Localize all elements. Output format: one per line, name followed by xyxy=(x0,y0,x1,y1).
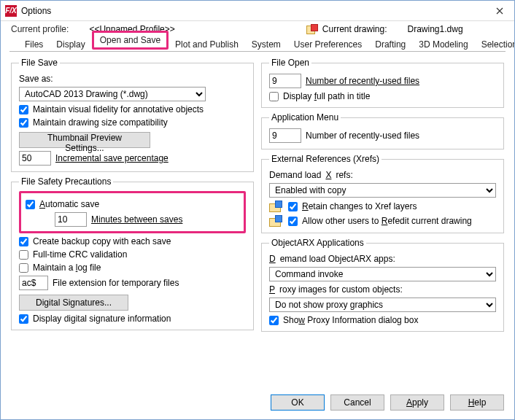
proxy-images-label: Proxy images for custom objects: xyxy=(269,284,496,295)
minutes-between-saves-label: Minutes between saves xyxy=(91,214,182,225)
save-as-combo[interactable]: AutoCAD 2013 Drawing (*.dwg) xyxy=(19,87,206,101)
tab-selection[interactable]: Selection xyxy=(475,36,515,52)
auto-save-check[interactable] xyxy=(26,200,35,209)
current-drawing-label: Current drawing: xyxy=(322,24,387,34)
left-column: File Save Save as: AutoCAD 2013 Drawing … xyxy=(11,58,254,387)
close-button[interactable] xyxy=(485,1,514,20)
group-xref: External References (Xrefs) Demand load … xyxy=(261,154,504,233)
minutes-between-saves-input[interactable] xyxy=(55,212,87,227)
incremental-save-input[interactable] xyxy=(19,151,51,166)
titlebar: F/X Options xyxy=(1,1,514,21)
xref-allow-icon xyxy=(269,215,282,227)
create-backup-check[interactable] xyxy=(19,237,28,246)
digital-signatures-button[interactable]: Digital Signatures... xyxy=(19,295,128,311)
temp-ext-input[interactable] xyxy=(19,276,48,290)
save-as-label: Save as: xyxy=(19,74,246,84)
proxy-images-combo[interactable]: Do not show proxy graphics xyxy=(269,298,496,312)
legend-file-save: File Save xyxy=(19,58,60,68)
maintain-compat-label: Maintain drawing size compatibility xyxy=(33,117,168,128)
xref-demand-label: Demand load Xrefs: xyxy=(269,170,496,180)
group-objectarx: ObjectARX Applications Demand load Objec… xyxy=(261,238,504,332)
show-proxy-check[interactable] xyxy=(269,316,279,325)
maintain-fidelity-label: Maintain visual fidelity for annotative … xyxy=(33,104,204,114)
help-button[interactable]: Help xyxy=(450,394,504,411)
dialog-footer: OK Cancel Apply Apply Help Help xyxy=(1,387,514,419)
current-drawing-name: Drawing1.dwg xyxy=(408,24,463,34)
tab-user-preferences[interactable]: User Preferences xyxy=(287,36,368,52)
crc-check[interactable] xyxy=(19,250,28,260)
appmenu-nru-input[interactable] xyxy=(269,128,301,143)
xref-retain-icon xyxy=(269,201,282,212)
crc-label: Full-time CRC validation xyxy=(33,249,127,260)
maintain-compat-check[interactable] xyxy=(19,118,28,128)
autosave-highlight: AAutomatic saveutomatic save Minutes bet… xyxy=(19,191,246,233)
fileopen-nru-input[interactable] xyxy=(269,74,301,88)
legend-file-open: File Open xyxy=(269,58,311,68)
arx-demand-combo[interactable]: Command invoke xyxy=(269,267,496,281)
xref-retain-check[interactable] xyxy=(288,202,298,211)
tab-drafting[interactable]: Drafting xyxy=(368,36,412,52)
tab-strip: Files Display Open and Save Plot and Pub… xyxy=(9,36,506,52)
full-path-label: Display full path in title xyxy=(283,91,370,101)
tab-3d-modeling[interactable]: 3D Modeling xyxy=(412,36,474,52)
display-signature-label: Display digital signature information xyxy=(33,314,171,324)
tab-plot-and-publish[interactable]: Plot and Publish xyxy=(169,36,245,52)
tab-body: File Save Save as: AutoCAD 2013 Drawing … xyxy=(1,52,514,387)
apply-button[interactable]: Apply xyxy=(390,394,444,411)
profile-bar: Current profile: <<Unnamed Profile>> Cur… xyxy=(1,21,514,36)
window-title: Options xyxy=(21,6,51,16)
fileopen-nru-label: Number of recently-used files xyxy=(306,76,419,86)
log-file-label: Maintain a log file xyxy=(33,262,101,273)
right-column: File Open Number of recently-used files … xyxy=(261,58,504,387)
tab-system[interactable]: System xyxy=(245,36,287,52)
tab-display[interactable]: Display xyxy=(50,36,91,52)
log-file-check[interactable] xyxy=(19,263,28,273)
temp-ext-label: File extension for temporary files xyxy=(53,278,179,288)
arx-demand-label: Demand load ObjectARX apps: xyxy=(269,254,496,264)
auto-save-label: AAutomatic saveutomatic save xyxy=(39,199,99,209)
group-app-menu: Application Menu Number of recently-used… xyxy=(261,112,504,149)
display-signature-check[interactable] xyxy=(19,314,28,324)
close-icon xyxy=(496,7,503,15)
xref-demand-combo[interactable]: Enabled with copy xyxy=(269,183,496,198)
current-profile-label: Current profile: xyxy=(11,24,69,34)
group-file-open: File Open Number of recently-used files … xyxy=(261,58,504,108)
cancel-button[interactable]: Cancel xyxy=(330,394,384,411)
xref-retain-label: Retain changes to Xref layers xyxy=(302,201,417,211)
thumbnail-settings-button[interactable]: Thumbnail Preview Settings... xyxy=(19,132,150,148)
app-icon: F/X xyxy=(5,5,17,17)
drawing-icon xyxy=(306,24,318,34)
group-file-save: File Save Save as: AutoCAD 2013 Drawing … xyxy=(11,58,254,172)
tab-open-and-save[interactable]: Open and Save xyxy=(92,31,169,50)
legend-objectarx: ObjectARX Applications xyxy=(269,238,366,248)
tab-files[interactable]: Files xyxy=(18,36,50,52)
xref-allow-label: Allow other users to Refedit current dra… xyxy=(302,216,472,226)
legend-xref: External References (Xrefs) xyxy=(269,154,382,164)
legend-file-safety: File Safety Precautions xyxy=(19,176,113,187)
xref-allow-check[interactable] xyxy=(288,217,298,226)
maintain-fidelity-check[interactable] xyxy=(19,105,28,114)
create-backup-label: Create backup copy with each save xyxy=(33,236,171,246)
appmenu-nru-label: Number of recently-used files xyxy=(306,131,419,141)
legend-app-menu: Application Menu xyxy=(269,112,341,122)
full-path-check[interactable] xyxy=(269,92,279,101)
show-proxy-label: Show Proxy Information dialog box xyxy=(283,315,418,325)
incremental-save-label: Incremental save percentage xyxy=(55,153,169,163)
ok-button[interactable]: OK xyxy=(271,394,325,411)
group-file-safety: File Safety Precautions AAutomatic saveu… xyxy=(11,176,254,330)
